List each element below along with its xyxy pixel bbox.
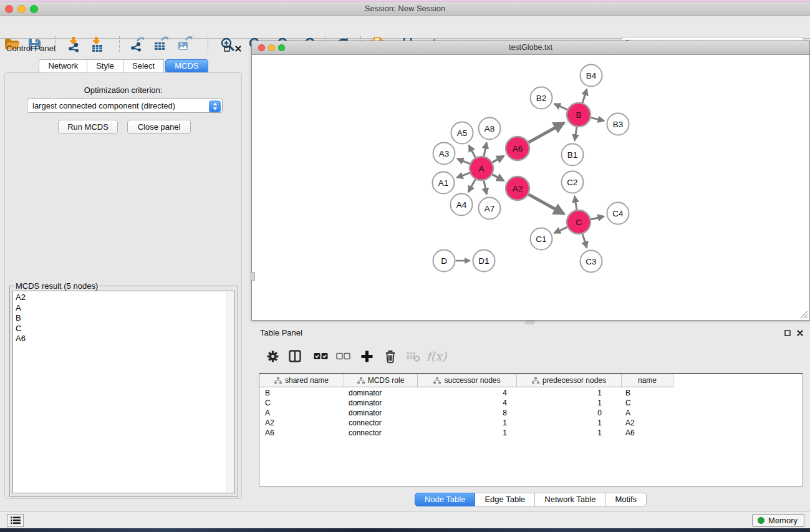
table-cell[interactable]: 1 <box>517 398 622 408</box>
edge-A6-B[interactable] <box>529 123 564 142</box>
add-row-icon[interactable] <box>359 348 375 364</box>
network-graph[interactable]: B4B2BB3A8A5A6A3B1AA1C2A2A4A7C4CC1DD1C3 <box>253 56 809 319</box>
edge-A-A1[interactable] <box>457 173 470 178</box>
column-header-name[interactable]: name <box>622 374 673 387</box>
splitter-handle-bottom[interactable] <box>525 321 534 324</box>
table-cell[interactable]: A6 <box>259 428 344 438</box>
table-cell[interactable]: dominator <box>344 388 418 398</box>
tab-network-table[interactable]: Network Table <box>535 493 605 506</box>
edge-C-C2[interactable] <box>575 196 577 210</box>
show-columns-icon[interactable] <box>287 348 303 364</box>
table-cell[interactable]: 1 <box>418 418 517 428</box>
edge-C-C4[interactable] <box>591 216 604 220</box>
splitter-handle-left[interactable] <box>251 272 255 281</box>
table-cell[interactable]: 1 <box>517 428 622 438</box>
table-cell[interactable]: C <box>259 398 344 408</box>
column-header-MCDS-role[interactable]: MCDS role <box>344 374 418 387</box>
tab-network[interactable]: Network <box>39 59 87 73</box>
edge-A-A5[interactable] <box>469 145 475 157</box>
table-cell[interactable]: dominator <box>344 408 418 418</box>
result-item[interactable]: A6 <box>16 334 234 344</box>
float-panel-icon[interactable] <box>223 44 231 53</box>
edge-B-B4[interactable] <box>582 89 587 103</box>
tab-select[interactable]: Select <box>123 59 164 73</box>
tab-node-table[interactable]: Node Table <box>415 493 476 506</box>
close-table-panel-icon[interactable] <box>796 329 804 337</box>
minimize-traffic-light[interactable] <box>17 5 26 13</box>
table-cell[interactable]: 0 <box>517 408 622 418</box>
table-cell[interactable]: B <box>259 388 344 398</box>
mcds-result-list[interactable]: A2ABCA6 <box>12 291 235 493</box>
table-row[interactable]: Cdominator41C <box>259 398 803 408</box>
table-row[interactable]: A6connector11A6 <box>259 428 803 438</box>
net-maximize-traffic-light[interactable] <box>278 44 285 51</box>
select-all-icon[interactable] <box>312 348 329 364</box>
table-row[interactable]: Adominator80A <box>259 408 803 418</box>
table-cell[interactable]: A <box>259 408 344 418</box>
run-mcds-button[interactable]: Run MCDS <box>58 120 118 134</box>
table-cell[interactable]: A2 <box>622 418 673 428</box>
result-item[interactable]: B <box>16 313 234 324</box>
resize-grip-icon[interactable] <box>798 309 808 319</box>
network-window-titlebar[interactable]: testGlobe.txt <box>252 41 809 55</box>
edge-C-C1[interactable] <box>554 227 567 233</box>
deselect-all-icon[interactable] <box>335 348 351 364</box>
table-cell[interactable]: 1 <box>517 418 622 428</box>
column-header-shared-name[interactable]: shared name <box>259 374 344 387</box>
tab-mcds[interactable]: MCDS <box>165 59 208 73</box>
close-panel-icon[interactable] <box>234 44 243 53</box>
result-scrollbar[interactable] <box>226 292 234 492</box>
maximize-traffic-light[interactable] <box>30 5 38 13</box>
tab-motifs[interactable]: Motifs <box>605 493 647 506</box>
table-row[interactable]: A2connector11A2 <box>259 418 803 428</box>
tab-style[interactable]: Style <box>87 59 123 73</box>
settings-gear-icon[interactable] <box>264 348 281 364</box>
table-cell[interactable]: A6 <box>622 428 673 438</box>
table-cell[interactable]: 1 <box>517 388 622 398</box>
table-row[interactable]: Bdominator41B <box>259 388 803 398</box>
edge-A-A2[interactable] <box>493 175 504 181</box>
table-cell[interactable]: dominator <box>344 398 418 408</box>
criterion-select[interactable]: largest connected component (directed) <box>27 99 223 113</box>
table-cell[interactable]: 8 <box>418 408 517 418</box>
table-cell[interactable]: A2 <box>259 418 344 428</box>
table-cell[interactable]: A <box>622 408 673 418</box>
edge-B-B1[interactable] <box>575 127 577 140</box>
edge-A-A7[interactable] <box>484 181 486 195</box>
edge-C-C3[interactable] <box>582 234 587 248</box>
table-cell[interactable]: 1 <box>418 428 517 438</box>
table-cell[interactable]: B <box>622 388 673 398</box>
column-header-successor-nodes[interactable]: successor nodes <box>418 374 517 387</box>
net-minimize-traffic-light[interactable] <box>268 44 275 51</box>
table-cell[interactable]: 4 <box>418 398 517 408</box>
result-item[interactable]: A <box>16 303 234 314</box>
table-cell[interactable]: connector <box>344 428 418 438</box>
edge-B-B2[interactable] <box>554 104 567 109</box>
edge-A-A4[interactable] <box>468 180 475 192</box>
tab-edge-table[interactable]: Edge Table <box>475 493 535 506</box>
close-traffic-light[interactable] <box>5 5 13 13</box>
edge-A2-C[interactable] <box>529 195 564 214</box>
delete-row-icon[interactable] <box>382 348 398 364</box>
table-cell[interactable]: connector <box>344 418 418 428</box>
table-cell[interactable]: C <box>622 398 673 408</box>
import-table-icon[interactable] <box>87 36 106 53</box>
task-history-button[interactable] <box>7 514 24 527</box>
close-panel-button[interactable]: Close panel <box>127 120 191 134</box>
result-item[interactable]: C <box>16 324 234 334</box>
net-close-traffic-light[interactable] <box>258 44 265 51</box>
export-image-icon[interactable] <box>175 36 194 53</box>
result-item[interactable]: A2 <box>16 293 234 303</box>
table-cell[interactable]: 4 <box>418 388 517 398</box>
column-header-predecessor-nodes[interactable]: predecessor nodes <box>517 374 622 387</box>
export-network-icon[interactable] <box>128 36 147 53</box>
edge-B-B3[interactable] <box>591 118 604 121</box>
export-table-icon[interactable] <box>152 36 170 53</box>
edge-A-A8[interactable] <box>484 143 486 157</box>
import-network-icon[interactable] <box>64 36 83 53</box>
edge-A-A3[interactable] <box>457 159 470 164</box>
float-table-panel-icon[interactable] <box>783 329 792 337</box>
network-canvas[interactable]: B4B2BB3A8A5A6A3B1AA1C2A2A4A7C4CC1DD1C3 <box>253 56 809 319</box>
edge-A-A6[interactable] <box>493 156 504 162</box>
memory-button[interactable]: Memory <box>752 514 804 527</box>
